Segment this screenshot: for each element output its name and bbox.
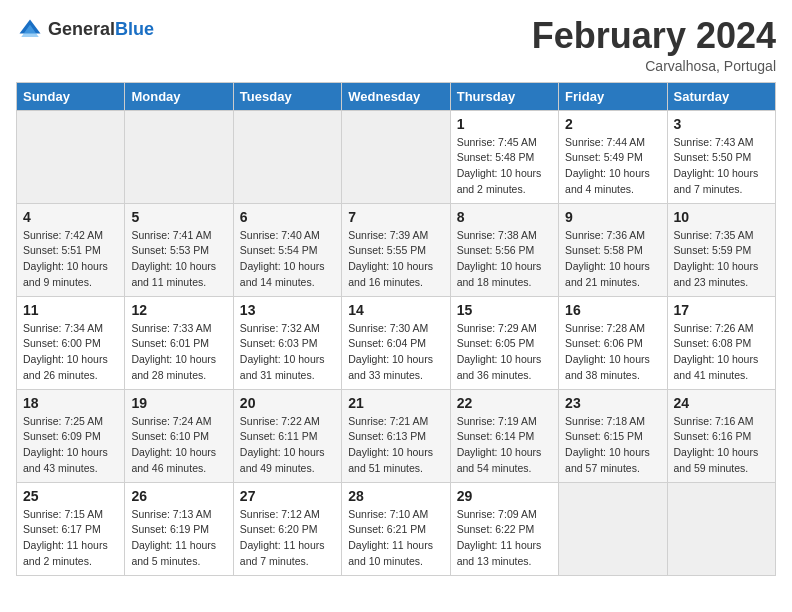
- calendar-day-cell: 16Sunrise: 7:28 AMSunset: 6:06 PMDayligh…: [559, 296, 667, 389]
- weekday-header-row: SundayMondayTuesdayWednesdayThursdayFrid…: [17, 82, 776, 110]
- calendar-day-cell: 2Sunrise: 7:44 AMSunset: 5:49 PMDaylight…: [559, 110, 667, 203]
- calendar-day-cell: 7Sunrise: 7:39 AMSunset: 5:55 PMDaylight…: [342, 203, 450, 296]
- calendar-day-cell: 14Sunrise: 7:30 AMSunset: 6:04 PMDayligh…: [342, 296, 450, 389]
- day-number: 4: [23, 209, 118, 225]
- day-info: Sunrise: 7:32 AMSunset: 6:03 PMDaylight:…: [240, 321, 335, 384]
- day-info: Sunrise: 7:29 AMSunset: 6:05 PMDaylight:…: [457, 321, 552, 384]
- calendar-day-cell: 11Sunrise: 7:34 AMSunset: 6:00 PMDayligh…: [17, 296, 125, 389]
- calendar-day-cell: 23Sunrise: 7:18 AMSunset: 6:15 PMDayligh…: [559, 389, 667, 482]
- day-number: 20: [240, 395, 335, 411]
- day-info: Sunrise: 7:43 AMSunset: 5:50 PMDaylight:…: [674, 135, 769, 198]
- day-number: 24: [674, 395, 769, 411]
- calendar-day-cell: 28Sunrise: 7:10 AMSunset: 6:21 PMDayligh…: [342, 482, 450, 575]
- calendar-day-cell: [342, 110, 450, 203]
- day-number: 29: [457, 488, 552, 504]
- calendar-week-row: 11Sunrise: 7:34 AMSunset: 6:00 PMDayligh…: [17, 296, 776, 389]
- calendar-day-cell: [125, 110, 233, 203]
- calendar-day-cell: 17Sunrise: 7:26 AMSunset: 6:08 PMDayligh…: [667, 296, 775, 389]
- day-number: 3: [674, 116, 769, 132]
- day-number: 8: [457, 209, 552, 225]
- calendar-day-cell: 5Sunrise: 7:41 AMSunset: 5:53 PMDaylight…: [125, 203, 233, 296]
- calendar-week-row: 18Sunrise: 7:25 AMSunset: 6:09 PMDayligh…: [17, 389, 776, 482]
- calendar-week-row: 1Sunrise: 7:45 AMSunset: 5:48 PMDaylight…: [17, 110, 776, 203]
- day-number: 11: [23, 302, 118, 318]
- calendar-day-cell: 27Sunrise: 7:12 AMSunset: 6:20 PMDayligh…: [233, 482, 341, 575]
- day-info: Sunrise: 7:39 AMSunset: 5:55 PMDaylight:…: [348, 228, 443, 291]
- calendar-day-cell: 19Sunrise: 7:24 AMSunset: 6:10 PMDayligh…: [125, 389, 233, 482]
- day-number: 10: [674, 209, 769, 225]
- day-number: 15: [457, 302, 552, 318]
- day-number: 6: [240, 209, 335, 225]
- day-number: 2: [565, 116, 660, 132]
- calendar-day-cell: 9Sunrise: 7:36 AMSunset: 5:58 PMDaylight…: [559, 203, 667, 296]
- day-number: 25: [23, 488, 118, 504]
- day-number: 1: [457, 116, 552, 132]
- calendar-day-cell: 1Sunrise: 7:45 AMSunset: 5:48 PMDaylight…: [450, 110, 558, 203]
- calendar-day-cell: 6Sunrise: 7:40 AMSunset: 5:54 PMDaylight…: [233, 203, 341, 296]
- day-info: Sunrise: 7:24 AMSunset: 6:10 PMDaylight:…: [131, 414, 226, 477]
- calendar-day-cell: [559, 482, 667, 575]
- day-info: Sunrise: 7:13 AMSunset: 6:19 PMDaylight:…: [131, 507, 226, 570]
- day-number: 7: [348, 209, 443, 225]
- day-number: 23: [565, 395, 660, 411]
- calendar-day-cell: 10Sunrise: 7:35 AMSunset: 5:59 PMDayligh…: [667, 203, 775, 296]
- calendar-day-cell: [233, 110, 341, 203]
- day-number: 28: [348, 488, 443, 504]
- calendar-day-cell: 24Sunrise: 7:16 AMSunset: 6:16 PMDayligh…: [667, 389, 775, 482]
- weekday-header-tuesday: Tuesday: [233, 82, 341, 110]
- day-info: Sunrise: 7:18 AMSunset: 6:15 PMDaylight:…: [565, 414, 660, 477]
- day-info: Sunrise: 7:21 AMSunset: 6:13 PMDaylight:…: [348, 414, 443, 477]
- calendar-day-cell: 4Sunrise: 7:42 AMSunset: 5:51 PMDaylight…: [17, 203, 125, 296]
- calendar-week-row: 4Sunrise: 7:42 AMSunset: 5:51 PMDaylight…: [17, 203, 776, 296]
- day-info: Sunrise: 7:41 AMSunset: 5:53 PMDaylight:…: [131, 228, 226, 291]
- day-info: Sunrise: 7:34 AMSunset: 6:00 PMDaylight:…: [23, 321, 118, 384]
- calendar-day-cell: 20Sunrise: 7:22 AMSunset: 6:11 PMDayligh…: [233, 389, 341, 482]
- day-number: 22: [457, 395, 552, 411]
- day-number: 19: [131, 395, 226, 411]
- day-info: Sunrise: 7:12 AMSunset: 6:20 PMDaylight:…: [240, 507, 335, 570]
- day-info: Sunrise: 7:26 AMSunset: 6:08 PMDaylight:…: [674, 321, 769, 384]
- weekday-header-sunday: Sunday: [17, 82, 125, 110]
- calendar-day-cell: 8Sunrise: 7:38 AMSunset: 5:56 PMDaylight…: [450, 203, 558, 296]
- location: Carvalhosa, Portugal: [532, 58, 776, 74]
- calendar-day-cell: 29Sunrise: 7:09 AMSunset: 6:22 PMDayligh…: [450, 482, 558, 575]
- day-info: Sunrise: 7:36 AMSunset: 5:58 PMDaylight:…: [565, 228, 660, 291]
- day-info: Sunrise: 7:42 AMSunset: 5:51 PMDaylight:…: [23, 228, 118, 291]
- day-number: 21: [348, 395, 443, 411]
- weekday-header-friday: Friday: [559, 82, 667, 110]
- day-number: 13: [240, 302, 335, 318]
- calendar-table: SundayMondayTuesdayWednesdayThursdayFrid…: [16, 82, 776, 576]
- calendar-day-cell: 3Sunrise: 7:43 AMSunset: 5:50 PMDaylight…: [667, 110, 775, 203]
- calendar-week-row: 25Sunrise: 7:15 AMSunset: 6:17 PMDayligh…: [17, 482, 776, 575]
- calendar-day-cell: 22Sunrise: 7:19 AMSunset: 6:14 PMDayligh…: [450, 389, 558, 482]
- day-info: Sunrise: 7:19 AMSunset: 6:14 PMDaylight:…: [457, 414, 552, 477]
- day-number: 27: [240, 488, 335, 504]
- day-info: Sunrise: 7:28 AMSunset: 6:06 PMDaylight:…: [565, 321, 660, 384]
- day-info: Sunrise: 7:40 AMSunset: 5:54 PMDaylight:…: [240, 228, 335, 291]
- day-number: 5: [131, 209, 226, 225]
- calendar-day-cell: 25Sunrise: 7:15 AMSunset: 6:17 PMDayligh…: [17, 482, 125, 575]
- day-info: Sunrise: 7:44 AMSunset: 5:49 PMDaylight:…: [565, 135, 660, 198]
- day-info: Sunrise: 7:22 AMSunset: 6:11 PMDaylight:…: [240, 414, 335, 477]
- day-info: Sunrise: 7:33 AMSunset: 6:01 PMDaylight:…: [131, 321, 226, 384]
- day-number: 18: [23, 395, 118, 411]
- day-number: 9: [565, 209, 660, 225]
- month-year: February 2024: [532, 16, 776, 56]
- logo-text: GeneralBlue: [48, 20, 154, 40]
- calendar-day-cell: 15Sunrise: 7:29 AMSunset: 6:05 PMDayligh…: [450, 296, 558, 389]
- weekday-header-thursday: Thursday: [450, 82, 558, 110]
- day-number: 17: [674, 302, 769, 318]
- day-info: Sunrise: 7:25 AMSunset: 6:09 PMDaylight:…: [23, 414, 118, 477]
- day-info: Sunrise: 7:45 AMSunset: 5:48 PMDaylight:…: [457, 135, 552, 198]
- day-info: Sunrise: 7:15 AMSunset: 6:17 PMDaylight:…: [23, 507, 118, 570]
- day-info: Sunrise: 7:16 AMSunset: 6:16 PMDaylight:…: [674, 414, 769, 477]
- calendar-day-cell: 21Sunrise: 7:21 AMSunset: 6:13 PMDayligh…: [342, 389, 450, 482]
- day-number: 26: [131, 488, 226, 504]
- day-number: 16: [565, 302, 660, 318]
- calendar-day-cell: 18Sunrise: 7:25 AMSunset: 6:09 PMDayligh…: [17, 389, 125, 482]
- calendar-day-cell: [17, 110, 125, 203]
- day-info: Sunrise: 7:10 AMSunset: 6:21 PMDaylight:…: [348, 507, 443, 570]
- logo-general: General: [48, 19, 115, 39]
- weekday-header-monday: Monday: [125, 82, 233, 110]
- logo: GeneralBlue: [16, 16, 154, 44]
